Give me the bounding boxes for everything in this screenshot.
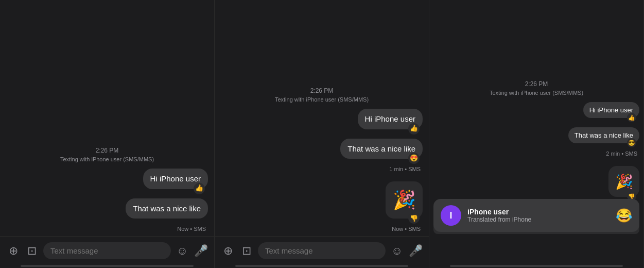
- bubble-hi-iphone-right: Hi iPhone user 👍: [583, 102, 639, 118]
- message-row-r2: That was a nice like 😎: [433, 127, 639, 143]
- input-bar-middle: ⊕ ⊡ ☺ 🎤: [215, 236, 429, 265]
- panel-right: 2:26 PM Texting with iPhone user (SMS/MM…: [429, 0, 644, 268]
- chat-area-middle: 2:26 PM Texting with iPhone user (SMS/MM…: [215, 0, 429, 236]
- bubble-hi-iphone-middle: Hi iPhone user 👍: [358, 109, 423, 129]
- bubble-nice-like-right: That was a nice like 😎: [568, 127, 639, 143]
- image-bubble-middle: 🎉 👎: [386, 181, 423, 219]
- emoji-icon-left[interactable]: ☺: [175, 244, 189, 258]
- reaction-m1: 👍: [408, 123, 420, 135]
- add-icon-middle[interactable]: ⊕: [221, 244, 235, 258]
- status-label-left: Texting with iPhone user (SMS/MMS): [6, 156, 208, 162]
- add-icon-left[interactable]: ⊕: [6, 244, 21, 258]
- panel-middle: 2:26 PM Texting with iPhone user (SMS/MM…: [215, 0, 429, 268]
- reaction-m3: 👎: [408, 212, 420, 224]
- message-row-2: That was a nice like: [6, 198, 208, 219]
- text-input-middle[interactable]: [258, 242, 386, 259]
- status-label-middle: Texting with iPhone user (SMS/MMS): [221, 96, 423, 103]
- reaction-r1: 👍: [627, 113, 636, 122]
- mic-icon-left[interactable]: 🎤: [194, 244, 208, 258]
- time-label-left: 2:26 PM: [6, 147, 208, 154]
- message-row-r3: 🎉 👎: [433, 166, 639, 197]
- message-row-1: Hi iPhone user 👍: [6, 169, 208, 189]
- text-input-left[interactable]: [43, 242, 171, 259]
- status-label-right: Texting with iPhone user (SMS/MMS): [433, 90, 639, 96]
- bubble-nice-like-left: That was a nice like: [126, 198, 208, 219]
- notification-popup[interactable]: I iPhone user Translated from iPhone 😂: [433, 199, 639, 232]
- msg-meta-middle-3: Now • SMS: [221, 226, 423, 232]
- reaction-r2: 😎: [627, 138, 636, 147]
- message-row-r1: Hi iPhone user 👍: [433, 102, 639, 118]
- input-bar-left: ⊕ ⊡ ☺ 🎤: [0, 236, 214, 265]
- message-row-m3: 🎉 👎: [221, 181, 423, 219]
- image-icon-middle[interactable]: ⊡: [239, 244, 254, 258]
- msg-meta-right-2: 2 min • SMS: [433, 150, 639, 157]
- reaction-thumbsup-1: 👍: [194, 183, 205, 194]
- message-row-m2: That was a nice like 😍: [221, 139, 423, 159]
- time-label-middle: 2:26 PM: [221, 87, 423, 94]
- notif-avatar: I: [441, 205, 461, 226]
- reaction-m2: 😍: [408, 153, 420, 164]
- notif-subtitle: Translated from iPhone: [467, 216, 610, 223]
- bubble-nice-like-middle: That was a nice like 😍: [340, 139, 423, 159]
- msg-meta-middle-2: 1 min • SMS: [221, 166, 423, 172]
- panel-left: 2:26 PM Texting with iPhone user (SMS/MM…: [0, 0, 215, 268]
- notif-content: iPhone user Translated from iPhone: [467, 208, 610, 223]
- time-label-right: 2:26 PM: [433, 80, 639, 88]
- mic-icon-middle[interactable]: 🎤: [408, 244, 423, 258]
- notif-name: iPhone user: [467, 208, 610, 216]
- home-indicator-middle: [235, 265, 408, 267]
- notif-emoji: 😂: [616, 208, 632, 224]
- image-icon-left[interactable]: ⊡: [25, 244, 39, 258]
- image-bubble-right: 🎉 👎: [608, 166, 639, 197]
- input-bar-right-spacer: [429, 236, 643, 265]
- home-indicator-left: [21, 265, 194, 267]
- emoji-icon-middle[interactable]: ☺: [390, 244, 404, 258]
- chat-area-left: 2:26 PM Texting with iPhone user (SMS/MM…: [0, 0, 214, 236]
- msg-meta-left-2: Now • SMS: [6, 226, 208, 232]
- message-row-m1: Hi iPhone user 👍: [221, 109, 423, 129]
- home-indicator-right: [450, 265, 623, 267]
- bubble-hi-iphone-left: Hi iPhone user 👍: [143, 169, 208, 189]
